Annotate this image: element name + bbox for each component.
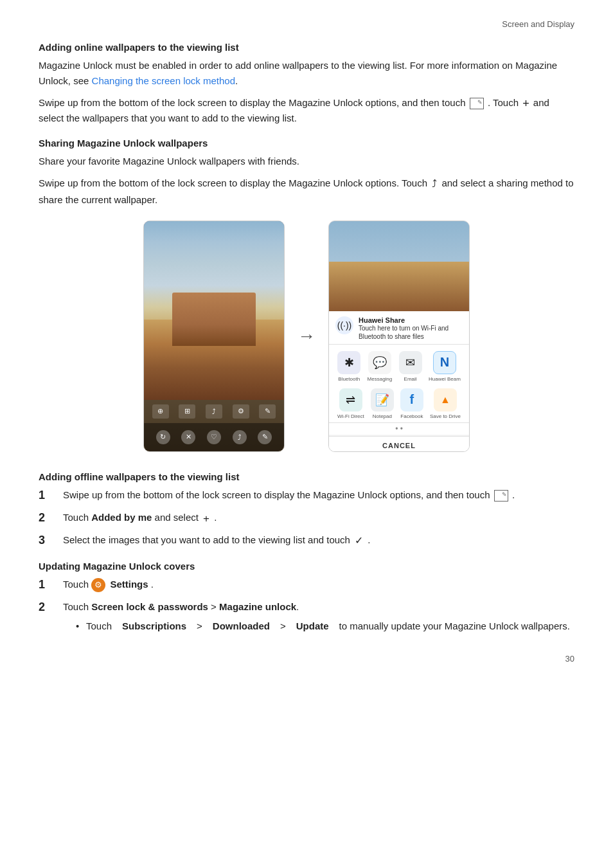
share-header-info: Huawei Share Touch here to turn on Wi-Fi… — [359, 316, 463, 341]
step4-2: 2 Touch Screen lock & passwords > Magazi… — [39, 599, 574, 639]
section2-heading: Sharing Magazine Unlock wallpapers — [39, 138, 574, 149]
nav-share2: ⤴ — [233, 430, 247, 444]
share-bluetooth[interactable]: ✱ Bluetooth — [337, 351, 360, 382]
share-title: Huawei Share — [359, 316, 463, 324]
step3-1: 1 Swipe up from the bottom of the lock s… — [39, 487, 574, 503]
phone-right: ((·)) Huawei Share Touch here to turn on… — [328, 221, 470, 452]
email-icon: ✉ — [399, 351, 422, 374]
phone-left-bottom-icons: ⊕ ⊞ ⤴ ⚙ ✎ — [144, 400, 284, 423]
section3-steps: 1 Swipe up from the bottom of the lock s… — [39, 487, 574, 549]
wifi-direct-icon: ⇌ — [339, 388, 362, 411]
step4-2-bullets: Touch Subscriptions > Downloaded > Updat… — [63, 619, 574, 634]
section3-heading: Adding offline wallpapers to the viewing… — [39, 471, 574, 482]
icon-share-small: ⤴ — [206, 404, 222, 419]
icon-edit-small: ✎ — [259, 404, 276, 419]
step3-2: 2 Touch Added by me and select + . — [39, 510, 574, 526]
save-to-drive-label: Save to Drive — [430, 413, 461, 419]
section2-para2: Swipe up from the bottom of the lock scr… — [39, 176, 574, 208]
nav-edit2: ✎ — [258, 430, 272, 444]
section2-para1: Share your favorite Magazine Unlock wall… — [39, 154, 574, 169]
section4-heading: Updating Magazine Unlock covers — [39, 561, 574, 572]
magazine-unlock-bold: Magazine unlock — [219, 601, 296, 612]
section-adding-online: Adding online wallpapers to the viewing … — [39, 42, 574, 126]
pagination-dots: • • — [329, 423, 469, 435]
share-icons-row1: ✱ Bluetooth 💬 Messaging ✉ Email N Huawei… — [329, 345, 469, 385]
step4-2-content: Touch Screen lock & passwords > Magazine… — [63, 599, 574, 639]
section4-steps: 1 Touch Settings . 2 Touch Screen lock &… — [39, 577, 574, 639]
phone-left-image — [144, 221, 284, 400]
step3-2-content: Touch Added by me and select + . — [63, 510, 574, 525]
share-notepad[interactable]: 📝 Notepad — [371, 388, 394, 419]
facebook-label: Facebook — [400, 413, 423, 419]
page-number: 30 — [565, 654, 574, 664]
nav-close: ✕ — [181, 430, 195, 444]
arrow-icon: → — [298, 326, 315, 347]
edit-icon-step1 — [494, 490, 508, 502]
step3-1-content: Swipe up from the bottom of the lock scr… — [63, 487, 574, 503]
page-container: Screen and Display Adding online wallpap… — [0, 0, 613, 676]
subscriptions-bold: Subscriptions — [122, 619, 186, 634]
step3-2-num: 2 — [39, 510, 53, 526]
nav-refresh: ↻ — [156, 430, 170, 444]
bluetooth-icon: ✱ — [337, 351, 360, 374]
notepad-icon: 📝 — [371, 388, 394, 411]
share-icons-row2: ⇌ Wi-Fi Direct 📝 Notepad f Facebook ▲ Sa… — [329, 385, 469, 423]
step3-3-content: Select the images that you want to add t… — [63, 532, 574, 549]
messaging-label: Messaging — [368, 376, 393, 382]
share-email[interactable]: ✉ Email — [399, 351, 422, 382]
save-to-drive-icon: ▲ — [434, 388, 457, 411]
huawei-beam-label: Huawei Beam — [429, 376, 461, 382]
huawei-beam-icon: N — [433, 351, 456, 374]
screen-lock-bold: Screen lock & passwords — [91, 601, 208, 612]
downloaded-bold: Downloaded — [213, 619, 270, 634]
step3-3-num: 3 — [39, 532, 53, 548]
screenshots-row: ⊕ ⊞ ⤴ ⚙ ✎ ↻ ✕ ♡ ⤴ ✎ → ( — [39, 221, 574, 452]
section-updating: Updating Magazine Unlock covers 1 Touch … — [39, 561, 574, 639]
cancel-button[interactable]: CANCEL — [329, 436, 469, 452]
phone-right-bg — [329, 221, 469, 311]
phone-left: ⊕ ⊞ ⤴ ⚙ ✎ ↻ ✕ ♡ ⤴ ✎ — [143, 221, 285, 452]
section1-para2: Swipe up from the bottom of the lock scr… — [39, 95, 574, 126]
share-facebook[interactable]: f Facebook — [400, 388, 423, 419]
email-label: Email — [404, 376, 417, 382]
icon-settings-small: ⚙ — [233, 404, 249, 419]
icon-grid: ⊞ — [179, 404, 195, 419]
section1-para1: Magazine Unlock must be enabled in order… — [39, 58, 574, 89]
step3-1-num: 1 — [39, 487, 53, 503]
screen-lock-link[interactable]: Changing the screen lock method — [92, 75, 235, 86]
check-icon: ✓ — [355, 532, 363, 549]
step4-1: 1 Touch Settings . — [39, 577, 574, 593]
added-by-me-bold: Added by me — [91, 512, 152, 523]
wifi-direct-label: Wi-Fi Direct — [337, 413, 364, 419]
share-huawei-beam[interactable]: N Huawei Beam — [429, 351, 461, 382]
settings-bold: Settings — [110, 579, 148, 590]
plus-icon: + — [522, 98, 529, 109]
nav-heart: ♡ — [207, 430, 221, 444]
edit-icon — [470, 98, 484, 109]
huawei-share-icon: ((·)) — [335, 316, 353, 334]
header-title: Screen and Display — [502, 19, 574, 29]
share-header: ((·)) Huawei Share Touch here to turn on… — [329, 311, 469, 345]
plus-icon-step2: + — [203, 513, 209, 524]
notepad-label: Notepad — [373, 413, 392, 419]
share-dialog: ((·)) Huawei Share Touch here to turn on… — [329, 311, 469, 452]
share-wifi-direct[interactable]: ⇌ Wi-Fi Direct — [337, 388, 364, 419]
step4-2-num: 2 — [39, 599, 53, 615]
section-adding-offline: Adding offline wallpapers to the viewing… — [39, 471, 574, 549]
step4-1-num: 1 — [39, 577, 53, 593]
facebook-icon: f — [400, 388, 423, 411]
share-icon: ⤴ — [432, 176, 437, 192]
bullet-4-2-1: Touch Subscriptions > Downloaded > Updat… — [76, 619, 574, 634]
share-messaging[interactable]: 💬 Messaging — [368, 351, 393, 382]
step4-1-content: Touch Settings . — [63, 577, 574, 592]
section-sharing: Sharing Magazine Unlock wallpapers Share… — [39, 138, 574, 208]
section1-heading: Adding online wallpapers to the viewing … — [39, 42, 574, 53]
bluetooth-label: Bluetooth — [338, 376, 360, 382]
icon-add-circle: ⊕ — [152, 404, 169, 419]
page-header: Screen and Display — [39, 19, 574, 29]
share-save-to-drive[interactable]: ▲ Save to Drive — [430, 388, 461, 419]
update-bold: Update — [296, 619, 329, 634]
settings-icon — [91, 578, 105, 592]
messaging-icon: 💬 — [368, 351, 391, 374]
step3-3: 3 Select the images that you want to add… — [39, 532, 574, 549]
